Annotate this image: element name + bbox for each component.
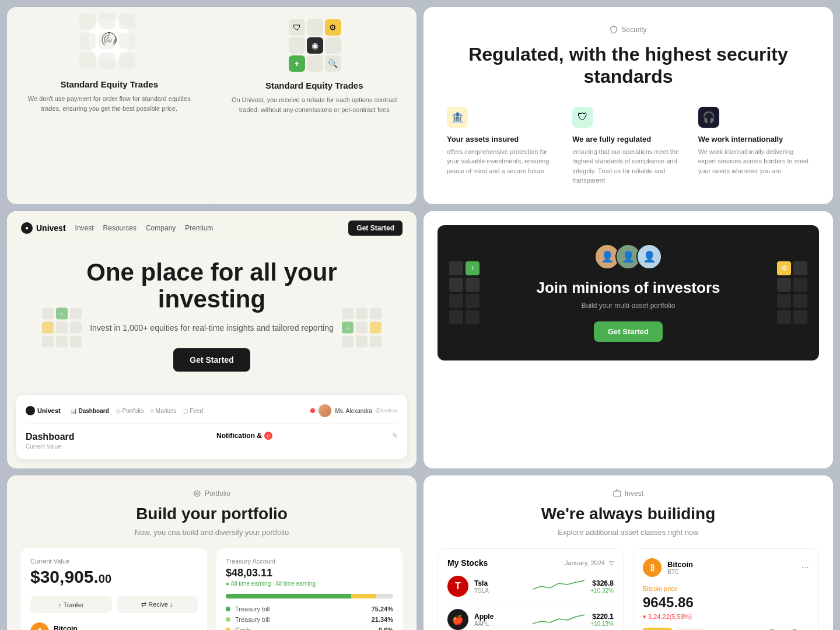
dash-nav-portfolio[interactable]: ◇ Portfolio <box>116 408 144 414</box>
building-subtitle: Explore additional asset classes right n… <box>438 528 819 537</box>
treasury-bar <box>226 594 393 598</box>
treasury-dot-0 <box>226 607 230 611</box>
feature-icon-assets: 🏦 <box>447 107 468 128</box>
notification-title-group: Notification & 8 <box>216 432 272 440</box>
tsla-name-col: Tsla TSLA <box>474 579 527 594</box>
crypto-tabs: Trang Depth Range: Dec ▾ <box>643 628 809 630</box>
invest-label-text: Invest <box>625 489 643 498</box>
trade-desc-2: On Univest, you receive a rebate for eac… <box>224 95 405 114</box>
nav-get-started-button[interactable]: Get Started <box>348 220 402 236</box>
left-float-plus-icon: + <box>466 261 480 275</box>
btc-row: ₿ Bitcoin BTC <box>30 622 198 630</box>
invest-panels: My Stocks January, 2024 ▽ T Tsla TSLA <box>438 548 819 630</box>
trade-section-1: Standard Equity Trades We don't use paym… <box>7 7 212 204</box>
nav-resources[interactable]: Resources <box>103 224 136 232</box>
settings-icon: ⚙ <box>325 19 341 36</box>
right-float-icons: ⚙ <box>777 261 807 324</box>
dash-right: Notification & 8 ✎ <box>216 432 398 450</box>
nav-premium[interactable]: Premium <box>185 224 213 232</box>
btc-more-icon[interactable]: ··· <box>802 562 809 573</box>
grid-cell <box>307 55 323 72</box>
treasury-amount: $48,03.11 <box>226 567 393 579</box>
join-cta-button[interactable]: Get Started <box>594 321 663 342</box>
trade-section-2: 🛡 ⚙ ◉ + 🔍 Standard Equity Trades On Univ… <box>212 7 417 204</box>
dash-nav-markets[interactable]: ≡ Markets <box>150 408 176 414</box>
dash-nav-feed[interactable]: ◻ Feed <box>183 408 203 414</box>
btc-name: Bitcoin <box>54 625 78 630</box>
left-float-icons: + <box>449 261 480 324</box>
btc-icon: ₿ <box>30 622 49 630</box>
treasury-item-label-1: Treasury bill <box>235 616 367 623</box>
treasury-items: Treasury bill 75.24% Treasury bill 21.34… <box>226 606 393 630</box>
eye-icon: ◉ <box>307 37 323 54</box>
dark-banner: + ⚙ 👤 👤 <box>438 225 819 360</box>
security-label-text: Security <box>621 26 646 34</box>
stocks-header: My Stocks January, 2024 ▽ <box>447 558 614 568</box>
dash-logo-text: Univest <box>37 407 61 414</box>
portfolio-label: Portfolio <box>21 489 402 498</box>
btc-coin-name: Bitcoin <box>667 560 796 569</box>
hero-subtitle: Invest in 1,000+ equities for real-time … <box>30 322 393 334</box>
treasury-item-0: Treasury bill 75.24% <box>226 606 393 612</box>
feature-desc-international: We work internationally delivering exper… <box>698 147 810 176</box>
btc-name-col: Bitcoin BTC <box>667 560 796 575</box>
treasury-item-2: Cash 0.6% <box>226 626 393 630</box>
portfolio-treasury-panel: Treasury Account $48,03.11 ● All time ea… <box>216 548 402 630</box>
btc-symbol: BTC <box>667 569 796 575</box>
svg-point-0 <box>194 491 200 496</box>
aapl-icon: 🍎 <box>447 609 468 630</box>
stocks-date: January, 2024 ▽ <box>565 559 614 567</box>
aapl-price: $220.1 <box>590 612 614 621</box>
feature-title-international: We work internationally <box>698 135 810 144</box>
portfolio-content: Current Value $30,905.00 ↑ Tranfer ⇄ Rec… <box>21 548 402 630</box>
dash-logo: Univest <box>26 406 61 415</box>
receive-button[interactable]: ⇄ Recive ↓ <box>117 596 198 613</box>
treasury-dot-2 <box>226 628 230 630</box>
avatar-3: 👤 <box>636 244 662 270</box>
nav-invest[interactable]: Invest <box>75 224 94 232</box>
btc-price-value: 9645.86 <box>643 594 809 611</box>
aapl-ticker: AAPL <box>474 621 527 627</box>
svg-point-1 <box>196 492 198 495</box>
crypto-header: ₿ Bitcoin BTC ··· <box>643 558 809 577</box>
crypto-tab-trang[interactable]: Trang <box>643 628 672 630</box>
trade-title-2: Standard Equity Trades <box>265 80 363 90</box>
crypto-tab-depth[interactable]: Depth <box>677 628 705 630</box>
svg-rect-2 <box>614 491 621 496</box>
bot-left-card: Portfolio Build your portfolio Now, you … <box>7 475 416 630</box>
feature-international: 🎧 We work internationally We work intern… <box>698 107 810 186</box>
hero-section: + + One pla <box>7 245 416 395</box>
mid-left-card: ● Univest Invest Resources Company Premi… <box>7 211 416 468</box>
dash-nav-dashboard[interactable]: 📊 Dashboard <box>70 408 109 414</box>
nav-company[interactable]: Company <box>146 224 176 232</box>
current-value-label: Current Value <box>30 558 198 565</box>
plus-icon: + <box>289 55 305 72</box>
hero-cta-button[interactable]: Get Started <box>173 348 250 372</box>
dash-avatar <box>318 404 331 417</box>
shield-icon: 🛡 <box>289 19 305 36</box>
dash-user: Ms. Alexandra @lexiKov <box>310 404 398 417</box>
range-select[interactable]: Range: Dec ▾ <box>770 628 809 630</box>
btc-price-change: ▾ 3,24.22(5,58%) <box>643 613 809 621</box>
dash-section-sub: Current Value <box>26 443 207 450</box>
notification-header: Notification & 8 ✎ <box>216 432 398 440</box>
investor-avatars: 👤 👤 👤 <box>456 244 800 270</box>
treasury-item-label-2: Cash <box>235 626 374 630</box>
notification-dot <box>310 408 315 413</box>
building-title: We're always builiding <box>438 505 819 523</box>
stocks-title: My Stocks <box>447 558 488 568</box>
hero-title: One place for all your investing <box>30 259 393 313</box>
portfolio-current-value-panel: Current Value $30,905.00 ↑ Tranfer ⇄ Rec… <box>21 548 207 630</box>
portfolio-subtitle: Now, you cna build and diversify your po… <box>21 528 402 537</box>
aapl-name-col: Apple AAPL <box>474 612 527 627</box>
dash-user-handle: @lexiKov <box>376 408 398 414</box>
filter-icon[interactable]: ▽ <box>609 559 614 566</box>
transfer-button[interactable]: ↑ Tranfer <box>30 596 112 613</box>
tsla-chart <box>533 578 585 595</box>
btc-info: Bitcoin BTC <box>54 625 78 630</box>
aapl-change: +10.13% <box>590 621 614 627</box>
edit-icon[interactable]: ✎ <box>392 432 398 440</box>
grid-cell <box>289 37 305 54</box>
portfolio-title: Build your portfolio <box>21 505 402 523</box>
feature-title-assets: Your assets insured <box>447 135 558 144</box>
